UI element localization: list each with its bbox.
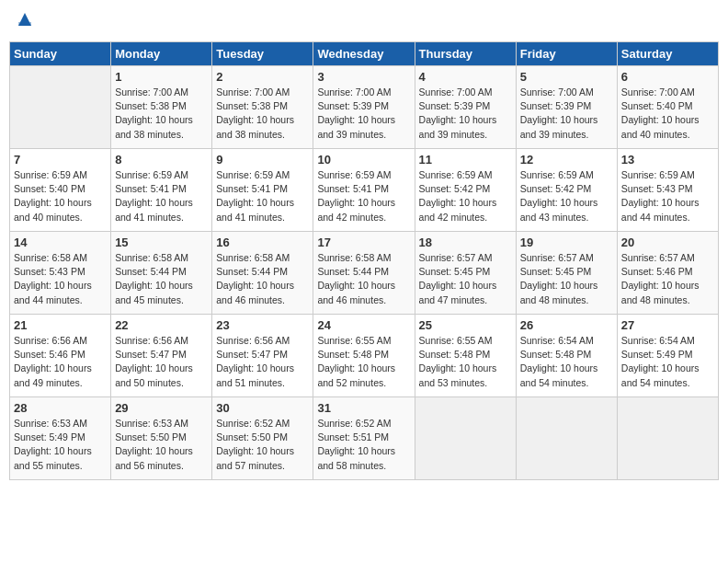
day-number: 1: [115, 70, 208, 84]
day-info: Sunrise: 6:52 AMSunset: 5:51 PMDaylight:…: [317, 417, 410, 473]
calendar-cell: 31Sunrise: 6:52 AMSunset: 5:51 PMDayligh…: [313, 397, 415, 480]
day-info: Sunrise: 6:53 AMSunset: 5:50 PMDaylight:…: [115, 417, 208, 473]
day-info: Sunrise: 7:00 AMSunset: 5:39 PMDaylight:…: [520, 86, 613, 142]
calendar-cell: 19Sunrise: 6:57 AMSunset: 5:45 PMDayligh…: [516, 232, 617, 315]
calendar-cell: 23Sunrise: 6:56 AMSunset: 5:47 PMDayligh…: [212, 315, 313, 397]
day-number: 29: [115, 401, 208, 415]
day-number: 17: [317, 236, 410, 249]
day-header-saturday: Saturday: [617, 42, 718, 66]
day-number: 12: [520, 153, 613, 167]
day-info: Sunrise: 6:56 AMSunset: 5:47 PMDaylight:…: [216, 334, 309, 390]
logo: [13, 9, 35, 34]
day-info: Sunrise: 6:59 AMSunset: 5:41 PMDaylight:…: [216, 168, 309, 224]
day-number: 11: [419, 153, 512, 167]
day-info: Sunrise: 6:54 AMSunset: 5:48 PMDaylight:…: [520, 334, 613, 390]
day-number: 10: [317, 153, 410, 167]
day-number: 27: [621, 318, 714, 332]
day-number: 9: [216, 153, 309, 167]
day-number: 6: [621, 70, 714, 84]
svg-marker-1: [18, 22, 31, 26]
day-info: Sunrise: 6:57 AMSunset: 5:45 PMDaylight:…: [419, 251, 512, 307]
calendar-cell: 29Sunrise: 6:53 AMSunset: 5:50 PMDayligh…: [111, 397, 212, 480]
day-header-monday: Monday: [111, 42, 212, 66]
day-info: Sunrise: 6:52 AMSunset: 5:50 PMDaylight:…: [216, 417, 309, 473]
calendar-cell: 5Sunrise: 7:00 AMSunset: 5:39 PMDaylight…: [516, 66, 617, 149]
day-number: 16: [216, 236, 309, 249]
day-header-row: SundayMondayTuesdayWednesdayThursdayFrid…: [10, 42, 719, 66]
day-info: Sunrise: 6:55 AMSunset: 5:48 PMDaylight:…: [419, 334, 512, 390]
calendar-cell: 28Sunrise: 6:53 AMSunset: 5:49 PMDayligh…: [10, 397, 111, 480]
day-number: 5: [520, 70, 613, 84]
calendar-week-row: 14Sunrise: 6:58 AMSunset: 5:43 PMDayligh…: [10, 232, 719, 315]
day-info: Sunrise: 7:00 AMSunset: 5:39 PMDaylight:…: [419, 86, 512, 142]
day-info: Sunrise: 6:58 AMSunset: 5:43 PMDaylight:…: [14, 251, 107, 307]
calendar-cell: 26Sunrise: 6:54 AMSunset: 5:48 PMDayligh…: [516, 315, 617, 397]
calendar-cell: 14Sunrise: 6:58 AMSunset: 5:43 PMDayligh…: [10, 232, 111, 315]
calendar-cell: [516, 397, 617, 480]
day-header-friday: Friday: [516, 42, 617, 66]
day-info: Sunrise: 7:00 AMSunset: 5:40 PMDaylight:…: [621, 86, 714, 142]
day-number: 4: [419, 70, 512, 84]
calendar-cell: 17Sunrise: 6:58 AMSunset: 5:44 PMDayligh…: [313, 232, 415, 315]
calendar-cell: 6Sunrise: 7:00 AMSunset: 5:40 PMDaylight…: [617, 66, 718, 149]
calendar-week-row: 21Sunrise: 6:56 AMSunset: 5:46 PMDayligh…: [10, 315, 719, 397]
day-number: 31: [317, 401, 410, 415]
day-info: Sunrise: 6:56 AMSunset: 5:46 PMDaylight:…: [14, 334, 107, 390]
day-header-wednesday: Wednesday: [313, 42, 415, 66]
day-info: Sunrise: 6:55 AMSunset: 5:48 PMDaylight:…: [317, 334, 410, 390]
calendar-cell: 18Sunrise: 6:57 AMSunset: 5:45 PMDayligh…: [415, 232, 516, 315]
calendar-cell: 25Sunrise: 6:55 AMSunset: 5:48 PMDayligh…: [415, 315, 516, 397]
calendar-cell: 24Sunrise: 6:55 AMSunset: 5:48 PMDayligh…: [313, 315, 415, 397]
calendar-cell: 2Sunrise: 7:00 AMSunset: 5:38 PMDaylight…: [212, 66, 313, 149]
day-info: Sunrise: 6:57 AMSunset: 5:46 PMDaylight:…: [621, 251, 714, 307]
calendar-cell: 22Sunrise: 6:56 AMSunset: 5:47 PMDayligh…: [111, 315, 212, 397]
day-info: Sunrise: 6:58 AMSunset: 5:44 PMDaylight:…: [317, 251, 410, 307]
day-info: Sunrise: 6:59 AMSunset: 5:43 PMDaylight:…: [621, 168, 714, 224]
day-header-thursday: Thursday: [415, 42, 516, 66]
day-number: 2: [216, 70, 309, 84]
calendar-week-row: 1Sunrise: 7:00 AMSunset: 5:38 PMDaylight…: [10, 66, 719, 149]
day-number: 15: [115, 236, 208, 249]
day-number: 21: [14, 318, 107, 332]
day-number: 18: [419, 236, 512, 249]
logo-icon: [15, 9, 35, 29]
day-number: 20: [621, 236, 714, 249]
calendar-cell: 12Sunrise: 6:59 AMSunset: 5:42 PMDayligh…: [516, 149, 617, 232]
day-info: Sunrise: 6:59 AMSunset: 5:42 PMDaylight:…: [419, 168, 512, 224]
day-number: 13: [621, 153, 714, 167]
day-number: 23: [216, 318, 309, 332]
calendar-cell: 4Sunrise: 7:00 AMSunset: 5:39 PMDaylight…: [415, 66, 516, 149]
calendar-cell: [10, 66, 111, 149]
calendar-cell: 16Sunrise: 6:58 AMSunset: 5:44 PMDayligh…: [212, 232, 313, 315]
calendar-cell: 21Sunrise: 6:56 AMSunset: 5:46 PMDayligh…: [10, 315, 111, 397]
day-number: 8: [115, 153, 208, 167]
calendar-cell: 30Sunrise: 6:52 AMSunset: 5:50 PMDayligh…: [212, 397, 313, 480]
day-info: Sunrise: 7:00 AMSunset: 5:39 PMDaylight:…: [317, 86, 410, 142]
calendar-cell: [617, 397, 718, 480]
day-number: 14: [14, 236, 107, 249]
day-info: Sunrise: 6:56 AMSunset: 5:47 PMDaylight:…: [115, 334, 208, 390]
calendar-cell: 27Sunrise: 6:54 AMSunset: 5:49 PMDayligh…: [617, 315, 718, 397]
day-info: Sunrise: 7:00 AMSunset: 5:38 PMDaylight:…: [216, 86, 309, 142]
calendar-cell: [415, 397, 516, 480]
calendar-cell: 7Sunrise: 6:59 AMSunset: 5:40 PMDaylight…: [10, 149, 111, 232]
day-info: Sunrise: 6:54 AMSunset: 5:49 PMDaylight:…: [621, 334, 714, 390]
day-number: 24: [317, 318, 410, 332]
day-info: Sunrise: 7:00 AMSunset: 5:38 PMDaylight:…: [115, 86, 208, 142]
calendar-table: SundayMondayTuesdayWednesdayThursdayFrid…: [9, 41, 719, 480]
calendar-cell: 3Sunrise: 7:00 AMSunset: 5:39 PMDaylight…: [313, 66, 415, 149]
day-number: 22: [115, 318, 208, 332]
day-number: 30: [216, 401, 309, 415]
logo-text-block: [13, 9, 35, 34]
calendar-cell: 10Sunrise: 6:59 AMSunset: 5:41 PMDayligh…: [313, 149, 415, 232]
day-info: Sunrise: 6:59 AMSunset: 5:41 PMDaylight:…: [317, 168, 410, 224]
day-number: 3: [317, 70, 410, 84]
calendar-week-row: 7Sunrise: 6:59 AMSunset: 5:40 PMDaylight…: [10, 149, 719, 232]
calendar-cell: 20Sunrise: 6:57 AMSunset: 5:46 PMDayligh…: [617, 232, 718, 315]
day-header-tuesday: Tuesday: [212, 42, 313, 66]
calendar-cell: 1Sunrise: 7:00 AMSunset: 5:38 PMDaylight…: [111, 66, 212, 149]
day-info: Sunrise: 6:53 AMSunset: 5:49 PMDaylight:…: [14, 417, 107, 473]
day-info: Sunrise: 6:57 AMSunset: 5:45 PMDaylight:…: [520, 251, 613, 307]
day-number: 25: [419, 318, 512, 332]
day-info: Sunrise: 6:58 AMSunset: 5:44 PMDaylight:…: [115, 251, 208, 307]
